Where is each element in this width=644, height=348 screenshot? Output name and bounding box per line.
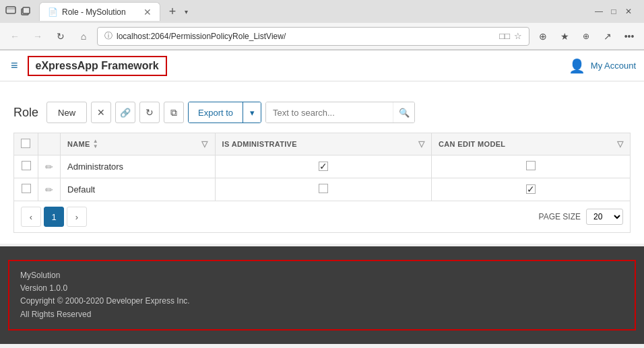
delete-button[interactable]: ✕: [91, 102, 111, 123]
row-name-cell: Administrators: [61, 155, 216, 178]
account-icon: 👤: [569, 58, 585, 74]
row-can-edit-cell: [432, 155, 631, 178]
new-button[interactable]: New: [46, 102, 87, 123]
data-table: NAME ▲ ▼ ▽ IS ADMINISTRATIVE ▽: [13, 133, 631, 201]
window-controls: — □ ✕: [594, 7, 639, 16]
th-can-edit-label: CAN EDIT MODEL: [439, 140, 505, 148]
browser-system-icons: [5, 6, 31, 17]
page-1-button[interactable]: 1: [44, 207, 64, 227]
search-input[interactable]: [266, 102, 393, 123]
new-tab-button[interactable]: +: [163, 2, 182, 21]
row-1-edit-button[interactable]: ✏: [45, 184, 53, 195]
th-edit: [38, 133, 61, 155]
footer-line4: All Rights Reserved: [20, 308, 624, 321]
menu-button[interactable]: •••: [620, 27, 639, 46]
footer-line3: Copyright © 2000-2020 Developer Express …: [20, 295, 624, 308]
share-button[interactable]: ↗: [598, 27, 617, 46]
export-dropdown-button[interactable]: ▾: [243, 102, 261, 123]
favorites-button[interactable]: ★: [555, 27, 574, 46]
th-can-edit: CAN EDIT MODEL ▽: [432, 133, 631, 155]
footer-line2: Version 1.0.0: [20, 282, 624, 295]
main-content: Role New ✕ 🔗 ↻ ⧉ Export to ▾: [0, 81, 644, 244]
address-bar[interactable]: ⓘ localhost:2064/PermissionPolicyRole_Li…: [97, 27, 529, 46]
extensions-button[interactable]: ⊕: [534, 27, 552, 46]
export-main-button[interactable]: Export to: [189, 102, 243, 123]
next-page-button[interactable]: ›: [67, 207, 87, 227]
minimize-button[interactable]: —: [594, 7, 604, 16]
svg-rect-3: [23, 7, 30, 13]
th-is-admin: IS ADMINISTRATIVE ▽: [215, 133, 431, 155]
pagination-bar: ‹ 1 › PAGE SIZE 20 50 100: [13, 201, 631, 233]
header-right: 👤 My Account: [569, 58, 636, 74]
tab-dropdown-button[interactable]: ▾: [185, 8, 188, 15]
header-left: ≡ eXpressApp Framework: [8, 56, 167, 76]
my-account-link[interactable]: My Account: [591, 61, 636, 71]
close-button[interactable]: ✕: [624, 7, 633, 16]
home-button[interactable]: ⌂: [74, 27, 93, 46]
refresh-data-button[interactable]: ↻: [139, 102, 160, 123]
browser-icon: [5, 6, 16, 17]
page-size-section: PAGE SIZE 20 50 100: [539, 209, 623, 225]
copy-icon: ⧉: [170, 107, 177, 118]
back-button[interactable]: ←: [5, 27, 24, 46]
can-edit-checkbox-empty[interactable]: [526, 161, 536, 170]
name-filter-icon[interactable]: ▽: [201, 139, 207, 149]
url-text: localhost:2064/PermissionPolicyRole_List…: [117, 32, 495, 41]
footer: MySolution Version 1.0.0 Copyright © 200…: [8, 260, 636, 330]
active-tab[interactable]: 📄 Role - MySolution ✕: [39, 2, 160, 21]
is-admin-filter-icon[interactable]: ▽: [418, 139, 424, 149]
th-name-label: NAME: [67, 140, 90, 148]
browser-right-icons: ⊕ ★ ⊕ ↗ •••: [534, 27, 639, 46]
protocol-icon: ⓘ: [104, 30, 112, 42]
table-row: ✏Administrators✓: [14, 155, 631, 178]
footer-wrapper: MySolution Version 1.0.0 Copyright © 200…: [0, 246, 644, 344]
table-row: ✏Default✓: [14, 178, 631, 201]
row-checkbox-cell: [14, 155, 38, 178]
can-edit-filter-icon[interactable]: ▽: [617, 139, 623, 149]
search-icon: 🔍: [399, 108, 410, 118]
th-name: NAME ▲ ▼ ▽: [61, 133, 216, 155]
checkmark-icon: ✓: [527, 184, 535, 195]
is-admin-checkbox-empty[interactable]: [319, 184, 328, 193]
footer-line1: MySolution: [20, 269, 624, 282]
table-header-row: NAME ▲ ▼ ▽ IS ADMINISTRATIVE ▽: [14, 133, 631, 155]
select-all-checkbox[interactable]: [21, 139, 30, 148]
is-admin-checkbox[interactable]: ✓: [319, 162, 328, 171]
search-button[interactable]: 🔍: [393, 102, 414, 123]
row-0-edit-button[interactable]: ✏: [45, 162, 53, 172]
row-edit-cell: ✏: [38, 155, 61, 178]
delete-icon: ✕: [97, 107, 105, 118]
page-controls: ‹ 1 ›: [21, 207, 87, 227]
tab-close-button[interactable]: ✕: [143, 7, 152, 18]
can-edit-checkbox[interactable]: ✓: [526, 184, 536, 194]
row-can-edit-cell: ✓: [432, 178, 631, 201]
app-logo: eXpressApp Framework: [28, 56, 167, 76]
link-button[interactable]: 🔗: [115, 102, 135, 123]
nav-bar: ← → ↻ ⌂ ⓘ localhost:2064/PermissionPolic…: [0, 23, 644, 50]
tab-favicon: 📄: [48, 7, 58, 17]
add-fav-button[interactable]: ⊕: [577, 27, 595, 46]
svg-rect-1: [6, 8, 15, 9]
th-select: [14, 133, 38, 155]
hamburger-button[interactable]: ≡: [8, 56, 21, 75]
star-icon: ☆: [514, 31, 522, 41]
checkmark-icon: ✓: [319, 161, 327, 172]
row-is-admin-cell: [215, 178, 431, 201]
row-0-checkbox[interactable]: [22, 161, 31, 170]
sort-desc-icon: ▼: [93, 144, 98, 149]
restore-icon: [20, 6, 31, 17]
search-box: 🔍: [265, 102, 415, 123]
row-name-cell: Default: [61, 178, 216, 201]
name-sort-icons[interactable]: ▲ ▼: [93, 139, 98, 149]
prev-page-button[interactable]: ‹: [21, 207, 41, 227]
forward-button[interactable]: →: [28, 27, 47, 46]
row-edit-cell: ✏: [38, 178, 61, 201]
svg-rect-0: [6, 7, 15, 13]
page-size-select[interactable]: 20 50 100: [586, 209, 623, 225]
row-1-checkbox[interactable]: [22, 184, 31, 193]
refresh-button[interactable]: ↻: [51, 27, 70, 46]
browser-chrome: 📄 Role - MySolution ✕ + ▾ — □ ✕ ← → ↻ ⌂ …: [0, 0, 644, 50]
copy-button[interactable]: ⧉: [164, 102, 184, 123]
title-toolbar-row: Role New ✕ 🔗 ↻ ⧉ Export to ▾: [13, 92, 631, 133]
maximize-button[interactable]: □: [609, 7, 618, 16]
